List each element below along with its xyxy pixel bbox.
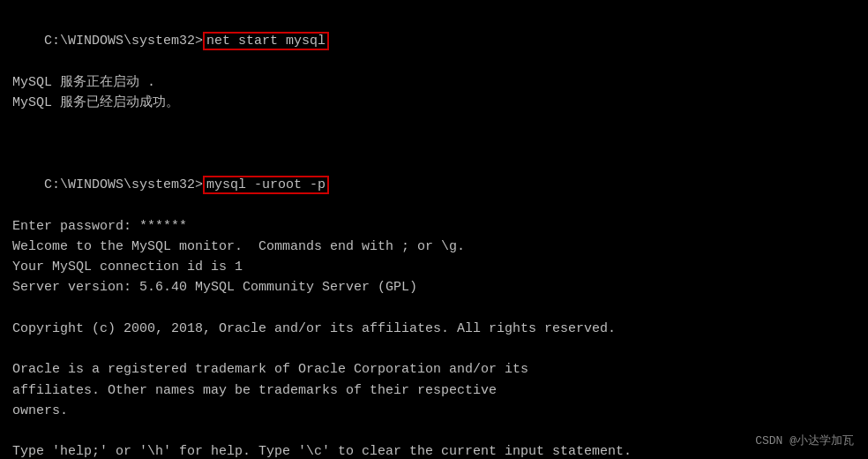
line-welcome: Welcome to the MySQL monitor. Commands e…: [12, 237, 856, 257]
prompt-1: C:\WINDOWS\system32>: [44, 34, 203, 49]
line-server-version: Server version: 5.6.40 MySQL Community S…: [12, 277, 856, 297]
prompt-2: C:\WINDOWS\system32>: [44, 177, 203, 192]
line-oracle-2: affiliates. Other names may be trademark…: [12, 380, 856, 401]
blank-4: [12, 339, 856, 359]
line-connection: Your MySQL connection id is 1: [12, 257, 856, 277]
blank-2: [12, 134, 856, 154]
blank-1: [12, 113, 856, 133]
line-3: MySQL 服务已经启动成功。: [12, 93, 856, 113]
line-1: C:\WINDOWS\system32>net start mysql: [12, 11, 856, 72]
cmd-mysql-login: mysql -uroot -p: [203, 176, 329, 194]
line-copyright: Copyright (c) 2000, 2018, Oracle and/or …: [12, 319, 856, 339]
line-owners: owners.: [12, 401, 856, 421]
line-mysql-cmd: C:\WINDOWS\system32>mysql -uroot -p: [12, 154, 856, 216]
line-password: Enter password: ******: [12, 216, 856, 237]
watermark: CSDN @小达学加瓦: [755, 433, 854, 448]
line-2: MySQL 服务正在启动 .: [12, 72, 856, 93]
line-help: Type 'help;' or '\h' for help. Type '\c'…: [12, 441, 856, 459]
blank-5: [12, 421, 856, 441]
terminal-window: C:\WINDOWS\system32>net start mysql MySQ…: [0, 0, 868, 459]
blank-3: [12, 298, 856, 319]
cmd-net-start-mysql: net start mysql: [203, 32, 329, 50]
line-oracle-1: Oracle is a registered trademark of Orac…: [12, 359, 856, 380]
